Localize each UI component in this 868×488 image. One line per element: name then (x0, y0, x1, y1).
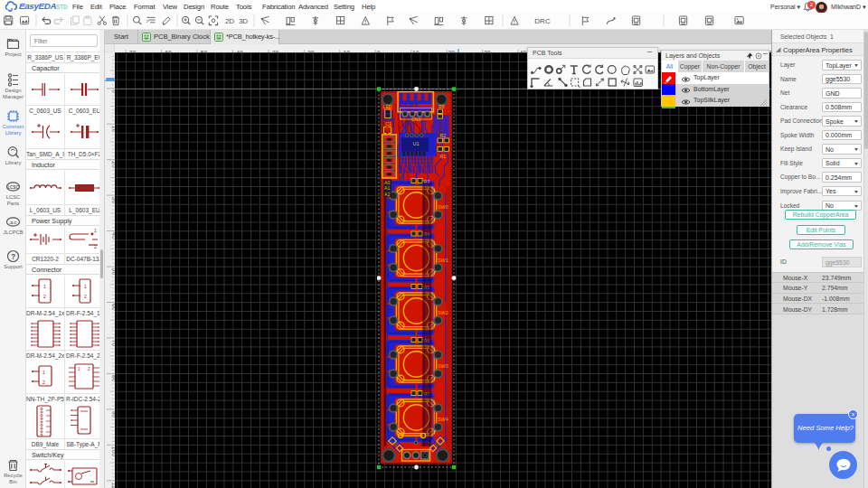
svg-text:R8: R8 (439, 104, 445, 109)
svg-text:SW4: SW4 (438, 417, 448, 422)
svg-text:1: 1 (78, 367, 80, 371)
svg-text:SW0: SW0 (438, 204, 448, 210)
svg-text:SW3: SW3 (438, 363, 448, 369)
svg-text:2: 2 (94, 244, 97, 249)
svg-text:1: 1 (84, 284, 87, 289)
svg-text:3D: 3D (239, 17, 248, 25)
svg-text:JLC: JLC (10, 221, 18, 225)
svg-text:1: 1 (43, 284, 46, 289)
svg-text:?: ? (11, 252, 15, 261)
svg-text:SW2: SW2 (438, 310, 448, 315)
svg-text:A1: A1 (384, 185, 390, 191)
svg-text:LED: LED (383, 104, 392, 109)
svg-text:2: 2 (84, 294, 87, 299)
svg-text:SW1: SW1 (438, 258, 448, 263)
svg-text:2: 2 (88, 367, 90, 371)
svg-text:1: 1 (94, 228, 97, 233)
svg-text:2: 2 (42, 380, 45, 385)
svg-text:C1: C1 (386, 121, 392, 127)
svg-text:A2: A2 (384, 192, 390, 197)
svg-text:1: 1 (42, 370, 45, 375)
svg-text:A0: A0 (384, 180, 390, 185)
svg-text:DRC: DRC (534, 17, 551, 25)
svg-text:LCSC: LCSC (7, 185, 19, 190)
svg-text:R1: R1 (440, 154, 447, 159)
svg-text:R2: R2 (440, 133, 447, 138)
svg-text:U1: U1 (413, 141, 420, 146)
svg-text:2: 2 (43, 294, 46, 299)
svg-text:2D: 2D (225, 17, 234, 25)
